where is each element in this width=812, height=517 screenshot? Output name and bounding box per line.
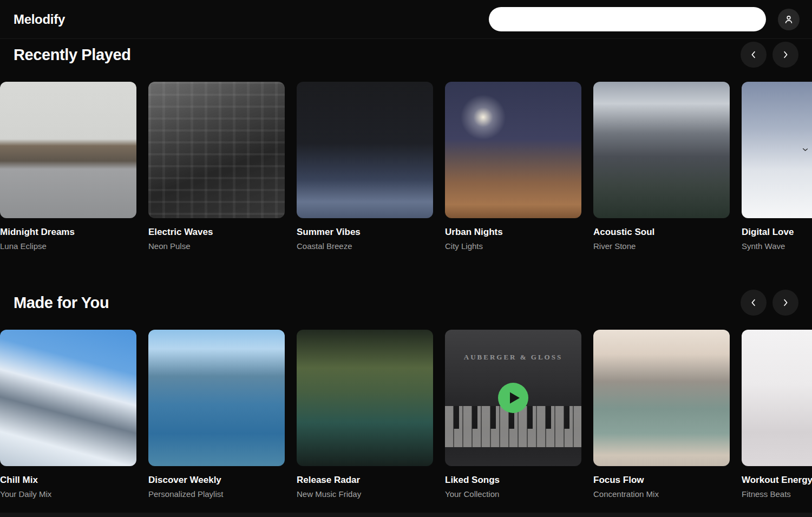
album-art: [445, 82, 581, 218]
card-subtitle: New Music Friday: [297, 489, 433, 499]
playlist-card[interactable]: Electric Waves Neon Pulse: [148, 82, 285, 251]
album-art: [0, 82, 136, 218]
playlist-card[interactable]: Digital Love Synth Wave: [742, 82, 812, 251]
album-art: [297, 82, 433, 218]
album-art: [593, 330, 730, 466]
album-art: [148, 82, 285, 218]
card-title: Discover Weekly: [148, 475, 285, 486]
card-title: Urban Nights: [445, 227, 581, 238]
app-logo: Melodify: [14, 12, 65, 27]
playlist-card[interactable]: Midnight Dreams Luna Eclipse: [0, 82, 136, 251]
playlist-card[interactable]: Chill Mix Your Daily Mix: [0, 330, 136, 499]
next-section-divider: [0, 513, 812, 517]
playlist-card[interactable]: Workout Energy Fitness Beats: [742, 330, 812, 499]
section-header: Recently Played: [0, 42, 812, 68]
chevron-right-icon: [781, 50, 790, 60]
carousel-controls: [741, 290, 798, 316]
playlist-card[interactable]: Acoustic Soul River Stone: [593, 82, 730, 251]
playlist-card[interactable]: AUBERGER & GLOSS Liked Songs Your Collec…: [445, 330, 581, 499]
card-subtitle: Your Collection: [445, 489, 581, 499]
playlist-card[interactable]: Focus Flow Concentration Mix: [593, 330, 730, 499]
playlist-card[interactable]: Discover Weekly Personalized Playlist: [148, 330, 285, 499]
card-subtitle: Neon Pulse: [148, 241, 285, 251]
playlist-section: Made for You: [0, 290, 812, 499]
album-art: [0, 330, 136, 466]
card-subtitle: Luna Eclipse: [0, 241, 136, 251]
album-art: [297, 330, 433, 466]
profile-button[interactable]: [778, 9, 800, 30]
album-art: [742, 82, 812, 218]
carousel-prev-button[interactable]: [741, 42, 767, 68]
card-subtitle: Coastal Breeze: [297, 241, 433, 251]
chevron-left-icon: [749, 298, 758, 307]
carousel-controls: [741, 42, 798, 68]
play-button[interactable]: [498, 383, 528, 413]
card-subtitle: River Stone: [593, 241, 730, 251]
card-subtitle: Your Daily Mix: [0, 489, 136, 499]
card-title: Midnight Dreams: [0, 227, 136, 238]
card-carousel: Midnight Dreams Luna Eclipse Electric Wa…: [0, 82, 812, 251]
section-title: Made for You: [14, 294, 109, 312]
section-header: Made for You: [0, 290, 812, 316]
card-title: Acoustic Soul: [593, 227, 730, 238]
search-input[interactable]: [489, 7, 766, 31]
main-content: Recently Played: [0, 39, 812, 499]
card-title: Focus Flow: [593, 475, 730, 486]
carousel-next-button[interactable]: [772, 42, 798, 68]
playlist-card[interactable]: Release Radar New Music Friday: [297, 330, 433, 499]
card-title: Workout Energy: [742, 475, 812, 486]
card-subtitle: City Lights: [445, 241, 581, 251]
card-subtitle: Concentration Mix: [593, 489, 730, 499]
card-title: Electric Waves: [148, 227, 285, 238]
carousel-next-button[interactable]: [772, 290, 798, 316]
playlist-card[interactable]: Summer Vibes Coastal Breeze: [297, 82, 433, 251]
carousel-prev-button[interactable]: [741, 290, 767, 316]
card-title: Chill Mix: [0, 475, 136, 486]
app-header: Melodify: [0, 0, 812, 39]
card-subtitle: Synth Wave: [742, 241, 812, 251]
section-title: Recently Played: [14, 46, 130, 64]
album-art-text: AUBERGER & GLOSS: [445, 353, 581, 362]
card-carousel: Chill Mix Your Daily Mix Discover Weekly…: [0, 330, 812, 499]
chevron-left-icon: [749, 50, 758, 60]
bird-art: [803, 148, 808, 151]
user-icon: [783, 14, 794, 25]
card-title: Digital Love: [742, 227, 812, 238]
card-title: Release Radar: [297, 475, 433, 486]
building-windows-art: [148, 82, 285, 218]
playlist-section: Recently Played: [0, 39, 812, 251]
album-art: [593, 82, 730, 218]
card-title: Liked Songs: [445, 475, 581, 486]
card-subtitle: Personalized Playlist: [148, 489, 285, 499]
playlist-card[interactable]: Urban Nights City Lights: [445, 82, 581, 251]
album-art: [742, 330, 812, 466]
play-icon: [498, 383, 528, 413]
album-art: AUBERGER & GLOSS: [445, 330, 581, 466]
card-title: Summer Vibes: [297, 227, 433, 238]
chevron-right-icon: [781, 298, 790, 307]
album-art: [148, 330, 285, 466]
card-subtitle: Fitness Beats: [742, 489, 812, 499]
